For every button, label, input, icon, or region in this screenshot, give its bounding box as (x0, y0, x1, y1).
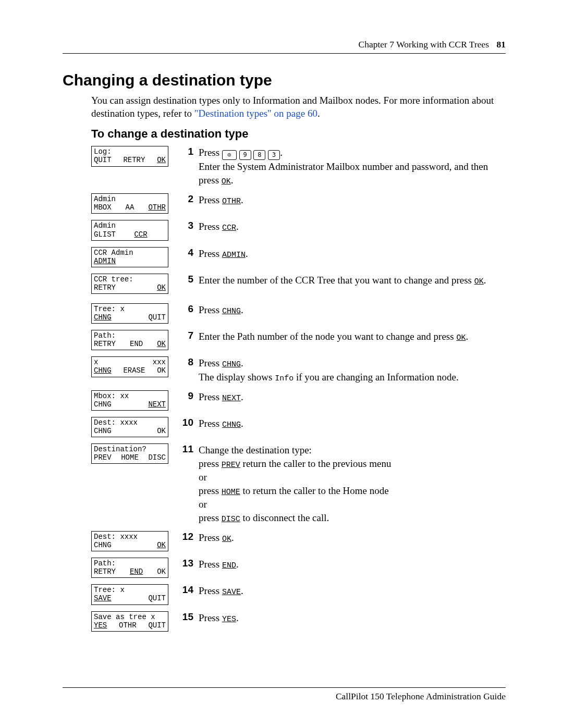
lcd-display: CCR AdminADMIN (91, 247, 168, 267)
softkey-next: NEXT (222, 394, 241, 403)
lcd-display: AdminGLISTCCR (91, 220, 168, 240)
step-number: 15 (179, 611, 199, 625)
softkey-admin: ADMIN (222, 251, 246, 260)
lcd-line1: Log: (94, 147, 166, 156)
step-text: Press ⊙ 9 8 3.Enter the System Administr… (199, 146, 506, 187)
lcd-line1: Save as tree x (94, 613, 166, 621)
step-number: 9 (179, 390, 199, 404)
step-row: CCR AdminADMIN4Press ADMIN. (91, 247, 506, 270)
lcd-line2: SAVEQUIT (94, 594, 166, 602)
footer: CallPilot 150 Telephone Administration G… (63, 687, 506, 702)
lcd-line1: Dest: xxxx (94, 418, 166, 427)
link-destination-types[interactable]: "Destination types" on page 60 (194, 108, 317, 119)
text-column: 6Press CHNG. (179, 303, 506, 317)
lcd-column: xxxxCHNGERASEOK (91, 356, 179, 380)
lcd-display: Path:RETRYENDOK (91, 330, 168, 350)
softkey-chng: CHNG (222, 307, 241, 316)
step-text: Enter the Path number of the node you wa… (199, 330, 506, 343)
step-number: 8 (179, 356, 199, 384)
lcd-display: AdminMBOXAAOTHR (91, 193, 168, 214)
lcd-column: CCR AdminADMIN (91, 247, 179, 270)
mono-info: Info (275, 374, 293, 383)
lcd-line1: xxxx (94, 358, 166, 366)
step-number: 12 (179, 531, 199, 545)
lcd-column: AdminMBOXAAOTHR (91, 193, 179, 217)
lcd-line2: GLISTCCR (94, 230, 166, 239)
step-number: 3 (179, 220, 199, 233)
step-text: Press NEXT. (199, 390, 506, 404)
lcd-line1: Admin (94, 195, 166, 203)
steps-list: Log:QUITRETRYOK1Press ⊙ 9 8 3.Enter the … (91, 146, 506, 634)
step-text: Press ADMIN. (199, 247, 506, 261)
softkey-save: SAVE (222, 588, 241, 597)
dial-key-8: 8 (253, 150, 265, 160)
step-row: Tree: xSAVEQUIT14Press SAVE. (91, 584, 506, 608)
lcd-column: Path:RETRYENDOK (91, 330, 179, 353)
lcd-display: Tree: xCHNGQUIT (91, 303, 168, 324)
lcd-line2: QUITRETRYOK (94, 156, 166, 164)
step-number: 11 (179, 443, 199, 525)
text-column: 10Press CHNG. (179, 417, 506, 430)
step-row: Dest: xxxxCHNGOK12Press OK. (91, 531, 506, 554)
step-text: Press OK. (199, 531, 506, 545)
text-column: 1Press ⊙ 9 8 3.Enter the System Administ… (179, 146, 506, 187)
lcd-display: Dest: xxxxCHNGOK (91, 531, 168, 551)
lcd-display: Destination?PREVHOMEDISC (91, 443, 168, 464)
text-column: 15Press YES. (179, 611, 506, 625)
step-text: Press YES. (199, 611, 506, 625)
top-rule (63, 53, 506, 54)
lcd-line1: Destination? (94, 445, 166, 453)
softkey-chng: CHNG (222, 360, 241, 369)
step-row: Dest: xxxxCHNGOK10Press CHNG. (91, 417, 506, 440)
lcd-line2: CHNGNEXT (94, 400, 166, 409)
lcd-line2: CHNGERASEOK (94, 366, 166, 375)
step-row: xxxxCHNGERASEOK8Press CHNG.The display s… (91, 356, 506, 384)
step-text: Press END. (199, 558, 506, 571)
text-column: 12Press OK. (179, 531, 506, 545)
step-row: Destination?PREVHOMEDISC11Change the des… (91, 443, 506, 525)
lcd-line2: YESOTHRQUIT (94, 621, 166, 630)
lcd-line2: PREVHOMEDISC (94, 453, 166, 462)
lcd-line1: Path: (94, 559, 166, 567)
softkey-home: HOME (222, 488, 240, 497)
lcd-line1: Mbox: xx (94, 392, 166, 400)
step-row: AdminMBOXAAOTHR2Press OTHR. (91, 193, 506, 217)
lcd-line1: Tree: x (94, 586, 166, 594)
text-column: 7Enter the Path number of the node you w… (179, 330, 506, 343)
lcd-line1: CCR Admin (94, 249, 166, 257)
lcd-line2: CHNGQUIT (94, 313, 166, 322)
lcd-display: CCR tree:RETRYOK (91, 274, 168, 294)
text-column: 9Press NEXT. (179, 390, 506, 404)
lcd-line2: RETRYENDOK (94, 340, 166, 348)
lcd-display: Mbox: xxCHNGNEXT (91, 390, 168, 411)
step-row: Mbox: xxCHNGNEXT9Press NEXT. (91, 390, 506, 414)
lcd-line2: RETRYENDOK (94, 567, 166, 576)
lcd-display: Tree: xSAVEQUIT (91, 584, 168, 604)
step-row: Path:RETRYENDOK7Enter the Path number of… (91, 330, 506, 353)
lcd-column: Tree: xCHNGQUIT (91, 303, 179, 327)
text-column: 2Press OTHR. (179, 193, 506, 207)
lcd-line2: CHNGOK (94, 541, 166, 549)
softkey-disc: DISC (222, 515, 240, 524)
lcd-line1: Path: (94, 331, 166, 340)
step-text: Press SAVE. (199, 584, 506, 598)
softkey-ok: OK (456, 334, 466, 342)
step-number: 2 (179, 193, 199, 207)
step-text: Enter the number of the CCR Tree that yo… (199, 274, 506, 287)
step-row: CCR tree:RETRYOK5Enter the number of the… (91, 274, 506, 297)
intro-paragraph: You can assign destination types only to… (91, 94, 506, 120)
step-number: 6 (179, 303, 199, 317)
step-number: 7 (179, 330, 199, 343)
step-text: Press CCR. (199, 220, 506, 233)
chapter-label: Chapter 7 Working with CCR Trees (359, 39, 489, 50)
softkey-yes: YES (222, 615, 236, 624)
lcd-line1: Tree: x (94, 305, 166, 313)
lcd-column: Dest: xxxxCHNGOK (91, 531, 179, 554)
intro-text-post: . (317, 108, 320, 119)
lcd-line1: Admin (94, 221, 166, 230)
softkey-ok: OK (474, 277, 484, 286)
lcd-display: Log:QUITRETRYOK (91, 146, 168, 166)
dial-key-3: 3 (268, 150, 280, 160)
step-text: Press CHNG.The display shows Info if you… (199, 356, 506, 384)
step-text: Press CHNG. (199, 417, 506, 430)
